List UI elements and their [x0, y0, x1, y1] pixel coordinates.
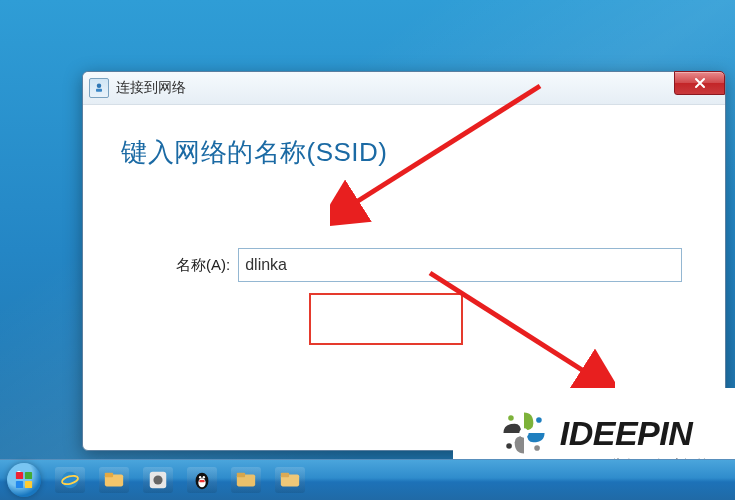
app-icon	[143, 467, 173, 493]
start-button[interactable]	[0, 460, 48, 500]
svg-point-20	[198, 478, 205, 487]
svg-rect-25	[237, 473, 245, 478]
ssid-input[interactable]	[238, 248, 682, 282]
svg-rect-12	[25, 481, 32, 488]
explorer-icon	[99, 467, 129, 493]
folder-icon	[231, 467, 261, 493]
svg-rect-16	[105, 473, 113, 478]
svg-rect-1	[96, 89, 102, 92]
svg-point-8	[508, 415, 514, 421]
name-label: 名称(A):	[176, 256, 230, 275]
titlebar[interactable]: 连接到网络	[83, 72, 725, 105]
taskbar-pin-ie[interactable]	[48, 460, 92, 500]
taskbar-pin-qq[interactable]	[180, 460, 224, 500]
desktop-background: 连接到网络 键入网络的名称(SSID) 名称(A):	[0, 0, 735, 500]
svg-point-0	[97, 84, 102, 89]
close-button[interactable]	[674, 71, 725, 95]
ie-icon	[55, 467, 85, 493]
taskbar-pin-folder[interactable]	[224, 460, 268, 500]
taskbar-pin-folder2[interactable]	[268, 460, 312, 500]
taskbar[interactable]	[0, 459, 735, 500]
highlight-box	[309, 293, 463, 345]
svg-point-22	[203, 476, 205, 478]
taskbar-pin-app[interactable]	[136, 460, 180, 500]
folder2-icon	[275, 467, 305, 493]
svg-point-4	[519, 428, 528, 437]
dialog-icon	[89, 78, 109, 98]
svg-point-18	[153, 475, 162, 484]
windows-logo-icon	[7, 463, 41, 497]
svg-rect-11	[16, 481, 23, 488]
svg-point-21	[199, 476, 201, 478]
svg-rect-23	[199, 480, 205, 482]
svg-point-13	[62, 472, 79, 489]
dialog-title: 连接到网络	[116, 79, 186, 97]
svg-rect-9	[16, 472, 23, 479]
penguin-icon	[187, 467, 217, 493]
brand-logo-text: IDEEPIN	[560, 414, 693, 453]
brand-logo-icon	[496, 405, 552, 461]
taskbar-pin-explorer[interactable]	[92, 460, 136, 500]
dialog-heading: 键入网络的名称(SSID)	[121, 135, 687, 170]
svg-rect-10	[25, 472, 32, 479]
svg-point-6	[534, 445, 540, 451]
name-row: 名称(A):	[176, 248, 687, 282]
dialog-body: 键入网络的名称(SSID) 名称(A):	[83, 105, 725, 282]
svg-rect-27	[281, 473, 289, 478]
svg-point-7	[506, 443, 512, 449]
svg-point-5	[536, 417, 542, 423]
